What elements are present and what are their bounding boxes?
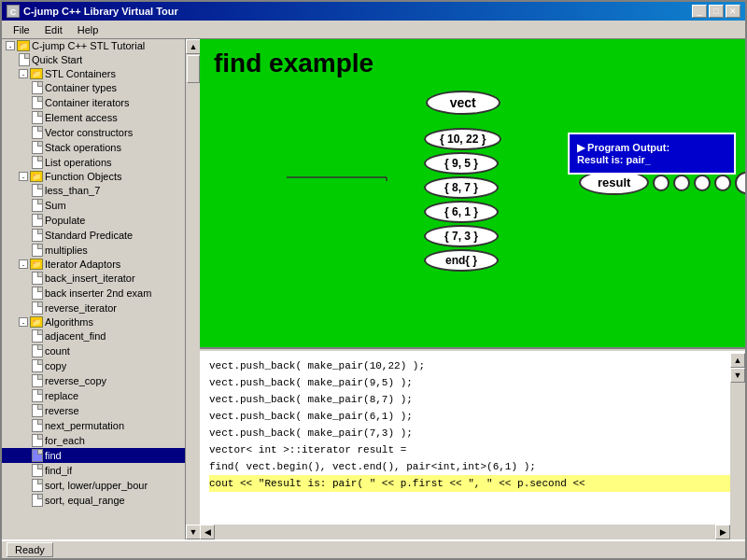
scroll-down-button[interactable]: ▼ <box>186 525 201 539</box>
tree-reverse-copy[interactable]: reverse_copy <box>2 373 185 388</box>
tree-root[interactable]: - 📁 C-jump C++ STL Tutorial <box>2 39 185 52</box>
list-operations-label: List operations <box>45 157 112 168</box>
code-line: vect.push_back( make_pair(7,3) ); <box>209 425 736 441</box>
vec-oval-3: { 6, 1 } <box>424 201 499 223</box>
code-scroll-down[interactable]: ▼ <box>730 368 745 383</box>
code-line: vect.push_back( make_pair(6,1) ); <box>209 408 736 425</box>
tree-algorithms[interactable]: - 📁 Algorithms <box>2 315 185 329</box>
tree-container-iterators[interactable]: Container iterators <box>2 95 185 110</box>
title-bar-controls: _ □ ✕ <box>692 5 740 18</box>
tree-sum[interactable]: Sum <box>2 198 185 213</box>
scroll-thumb[interactable] <box>187 55 200 83</box>
minimize-button[interactable]: _ <box>692 5 707 18</box>
menu-edit[interactable]: Edit <box>37 22 70 37</box>
tree-less-than-7[interactable]: less_than_7 <box>2 183 185 198</box>
vec-oval-1: { 9, 5 } <box>424 152 499 175</box>
algorithms-expand[interactable]: - <box>19 317 28 327</box>
tree-copy[interactable]: copy <box>2 358 185 373</box>
right-area: find example vect { 10, 22 } <box>200 39 745 539</box>
code-line: find( vect.begin(), vect.end(), pair<int… <box>209 458 736 475</box>
status-text: Ready <box>15 544 45 555</box>
code-scrollbar-v[interactable]: ▲ ▼ <box>730 353 745 539</box>
code-scroll-left[interactable]: ◀ <box>200 525 215 539</box>
count-label: count <box>45 345 70 357</box>
reverse-copy-icon <box>32 374 43 387</box>
tree-list-operations[interactable]: List operations <box>2 155 185 170</box>
tree-iterator-adaptors[interactable]: - 📁 Iterator Adaptors <box>2 258 185 271</box>
standard-predicate-icon <box>32 229 43 242</box>
tree-sort-lower[interactable]: sort, lower/upper_bour <box>2 478 185 493</box>
tree-sort-equal[interactable]: sort, equal_range <box>2 493 185 508</box>
vect-label-container: vect { 10, 22 } { 9, 5 } { 8, 7 } { 6, 1… <box>424 91 501 273</box>
menu-file[interactable]: File <box>6 22 37 37</box>
function-objects-icon: 📁 <box>30 171 43 182</box>
count-icon <box>32 344 43 357</box>
root-expand[interactable]: - <box>6 41 15 50</box>
close-button[interactable]: ✕ <box>726 5 740 18</box>
code-panel: vect.push_back( make_pair(10,22) ); vect… <box>200 353 745 539</box>
back-insert-iterator-label: back_insert_iterator <box>45 273 135 284</box>
copy-icon <box>32 359 43 372</box>
viz-title: find example <box>214 49 731 78</box>
tree-vector-constructors[interactable]: Vector constructors <box>2 125 185 140</box>
function-objects-expand[interactable]: - <box>19 172 28 181</box>
vec-item-2: { 8, 7 } <box>424 176 501 199</box>
code-scroll-right[interactable]: ▶ <box>715 525 730 539</box>
tree-stack-operations[interactable]: Stack operations <box>2 140 185 155</box>
code-scrollbar-h[interactable]: ◀ ▶ <box>200 525 730 539</box>
iterator-adaptors-expand[interactable]: - <box>19 259 28 269</box>
code-scroll-up[interactable]: ▲ <box>730 353 745 368</box>
scroll-up-button[interactable]: ▲ <box>186 39 201 54</box>
dot-2 <box>673 175 690 191</box>
stack-operations-label: Stack operations <box>45 142 121 153</box>
tree-next-permutation[interactable]: next_permutation <box>2 418 185 433</box>
tree-reverse-iterator[interactable]: reverse_iterator <box>2 301 185 315</box>
tree-standard-predicate[interactable]: Standard Predicate <box>2 228 185 243</box>
vector-constructors-label: Vector constructors <box>45 127 133 138</box>
next-permutation-label: next_permutation <box>45 420 124 431</box>
tree-function-objects[interactable]: - 📁 Function Objects <box>2 170 185 183</box>
container-types-label: Container types <box>45 82 117 93</box>
copy-label: copy <box>45 360 66 371</box>
quick-start-label: Quick Start <box>32 54 82 65</box>
less-than-7-icon <box>32 184 43 197</box>
tree-find-if[interactable]: find_if <box>2 463 185 478</box>
sort-equal-label: sort, equal_range <box>45 495 125 506</box>
dot-1 <box>653 175 669 191</box>
for-each-icon <box>32 434 43 447</box>
stl-containers-icon: 📁 <box>30 68 43 79</box>
tree-element-access[interactable]: Element access <box>2 110 185 125</box>
tree-quick-start[interactable]: Quick Start <box>2 52 185 67</box>
tree-reverse[interactable]: reverse <box>2 403 185 418</box>
tree-adjacent-find[interactable]: adjacent_find <box>2 329 185 343</box>
vec-oval-5: end{ } <box>424 249 499 272</box>
back-insert-iterator-icon <box>32 272 43 285</box>
menu-bar: File Edit Help <box>2 21 745 39</box>
sort-equal-icon <box>32 494 43 507</box>
status-panel: Ready <box>7 542 53 557</box>
tree-stl-containers[interactable]: - 📁 STL Containers <box>2 67 185 80</box>
stl-containers-expand[interactable]: - <box>19 69 28 78</box>
tree-back-insert-iterator[interactable]: back_insert_iterator <box>2 271 185 286</box>
vec-oval-0: { 10, 22 } <box>424 128 501 150</box>
container-iterators-label: Container iterators <box>45 97 130 108</box>
maximize-button[interactable]: □ <box>709 5 724 18</box>
sort-lower-label: sort, lower/upper_bour <box>45 480 148 491</box>
less-than-7-label: less_than_7 <box>45 185 100 196</box>
status-bar: Ready <box>2 539 745 558</box>
find-if-icon <box>32 464 43 477</box>
stack-operations-icon <box>32 141 43 154</box>
container-types-icon <box>32 81 43 94</box>
tree-replace[interactable]: replace <box>2 388 185 403</box>
tree-for-each[interactable]: for_each <box>2 433 185 448</box>
tree-count[interactable]: count <box>2 343 185 358</box>
tree-populate[interactable]: Populate <box>2 213 185 228</box>
tree-find[interactable]: find <box>2 448 185 463</box>
menu-help[interactable]: Help <box>70 22 106 37</box>
tree-back-inserter-2nd[interactable]: back inserter 2nd exam <box>2 286 185 301</box>
tree-container-types[interactable]: Container types <box>2 80 185 95</box>
algorithms-icon: 📁 <box>30 316 43 328</box>
function-objects-label: Function Objects <box>45 171 122 182</box>
tree-multiplies[interactable]: multiplies <box>2 243 185 258</box>
code-line: vect.push_back( make_pair(9,5) ); <box>209 374 736 391</box>
